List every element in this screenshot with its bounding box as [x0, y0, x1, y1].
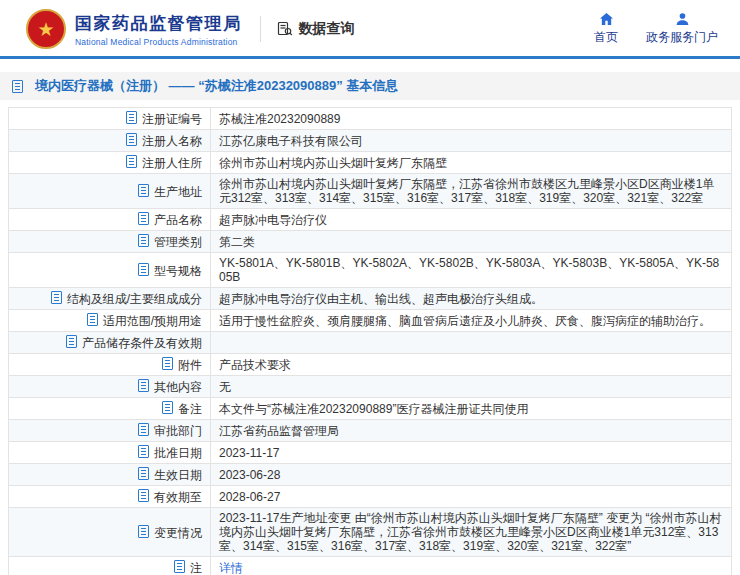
field-label-cell: 结构及组成/主要组成成分	[9, 288, 211, 310]
info-table-wrap: 注册证编号苏械注准20232090889注册人名称江苏亿康电子科技有限公司注册人…	[8, 107, 732, 575]
info-table: 注册证编号苏械注准20232090889注册人名称江苏亿康电子科技有限公司注册人…	[8, 107, 732, 575]
field-label: 生产地址	[154, 185, 202, 199]
breadcrumb: 境内医疗器械（注册） —— “苏械注准20232090889” 基本信息	[0, 72, 740, 100]
table-row: 注册人名称江苏亿康电子科技有限公司	[9, 130, 732, 152]
field-label: 注册人住所	[142, 156, 202, 170]
table-row: 其他内容无	[9, 376, 732, 398]
doc-icon	[174, 560, 185, 573]
doc-icon	[126, 155, 137, 168]
data-query-nav[interactable]: 数据查询	[277, 20, 355, 38]
doc-icon	[51, 291, 62, 304]
table-row: 附件产品技术要求	[9, 354, 732, 376]
field-value-cell: 徐州市苏山村境内苏山头烟叶复烤厂东隔壁	[211, 152, 732, 174]
field-label: 注	[190, 561, 202, 575]
field-value-cell: 2023-06-28	[211, 464, 732, 486]
field-label: 型号规格	[154, 264, 202, 278]
data-query-label: 数据查询	[299, 20, 355, 38]
table-row: 管理类别第二类	[9, 231, 732, 253]
table-row: 结构及组成/主要组成成分超声脉冲电导治疗仪由主机、输出线、超声电极治疗头组成。	[9, 288, 732, 310]
field-value-cell: 徐州市苏山村境内苏山头烟叶复烤厂东隔壁，江苏省徐州市鼓楼区九里峰景小区D区商业楼…	[211, 174, 732, 209]
doc-icon	[138, 379, 149, 392]
doc-icon	[138, 423, 149, 436]
page-title: 境内医疗器械（注册） —— “苏械注准20232090889” 基本信息	[35, 77, 398, 95]
table-row: 产品名称超声脉冲电导治疗仪	[9, 209, 732, 231]
field-label-cell: 注册人名称	[9, 130, 211, 152]
field-value-cell: 详情	[211, 557, 732, 575]
field-label-cell: 注册证编号	[9, 108, 211, 130]
field-value-cell: 适用于慢性盆腔炎、颈肩腰腿痛、脑血管病后遗症及小儿肺炎、厌食、腹泻病症的辅助治疗…	[211, 310, 732, 332]
field-value-cell: YK-5801A、YK-5801B、YK-5802A、YK-5802B、YK-5…	[211, 253, 732, 288]
site-subtitle: National Medical Products Administration	[75, 37, 242, 47]
table-row: 适用范围/预期用途适用于慢性盆腔炎、颈肩腰腿痛、脑血管病后遗症及小儿肺炎、厌食、…	[9, 310, 732, 332]
field-label: 审批部门	[154, 424, 202, 438]
field-value-cell: 超声脉冲电导治疗仪由主机、输出线、超声电极治疗头组成。	[211, 288, 732, 310]
field-label: 适用范围/预期用途	[103, 314, 202, 328]
field-value-cell: 江苏亿康电子科技有限公司	[211, 130, 732, 152]
details-link[interactable]: 详情	[219, 561, 243, 575]
field-value-cell	[211, 332, 732, 354]
field-label-cell: 适用范围/预期用途	[9, 310, 211, 332]
field-label-cell: 变更情况	[9, 508, 211, 557]
nav-portal[interactable]: 政务服务门户	[646, 12, 718, 46]
nav-home-label: 首页	[594, 29, 618, 46]
table-row: 型号规格YK-5801A、YK-5801B、YK-5802A、YK-5802B、…	[9, 253, 732, 288]
field-label: 结构及组成/主要组成成分	[67, 292, 202, 306]
field-label: 批准日期	[154, 446, 202, 460]
national-emblem-icon: ★	[26, 9, 66, 49]
header-rule	[0, 56, 740, 59]
field-label-cell: 型号规格	[9, 253, 211, 288]
field-label: 产品储存条件及有效期	[82, 336, 202, 350]
doc-icon	[138, 525, 149, 538]
field-label: 产品名称	[154, 213, 202, 227]
field-value-cell: 苏械注准20232090889	[211, 108, 732, 130]
doc-icon	[162, 401, 173, 414]
field-label: 注册证编号	[142, 112, 202, 126]
site-title: 国家药品监督管理局	[75, 12, 242, 35]
header: ★ 国家药品监督管理局 National Medical Products Ad…	[0, 0, 740, 56]
table-row: 有效期至2028-06-27	[9, 486, 732, 508]
field-value-cell: 本文件与“苏械注准20232090889”医疗器械注册证共同使用	[211, 398, 732, 420]
field-label: 管理类别	[154, 235, 202, 249]
field-value-cell: 2023-11-17生产地址变更 由“徐州市苏山村境内苏山头烟叶复烤厂东隔壁” …	[211, 508, 732, 557]
field-label: 备注	[178, 402, 202, 416]
user-icon	[675, 12, 690, 26]
emblem-star-icon: ★	[37, 20, 54, 39]
field-label-cell: 备注	[9, 398, 211, 420]
field-label: 注册人名称	[142, 134, 202, 148]
field-label-cell: 批准日期	[9, 442, 211, 464]
doc-icon	[126, 111, 137, 124]
field-label-cell: 附件	[9, 354, 211, 376]
nav-home[interactable]: 首页	[594, 12, 618, 46]
table-row: 注册人住所徐州市苏山村境内苏山头烟叶复烤厂东隔壁	[9, 152, 732, 174]
field-value-cell: 第二类	[211, 231, 732, 253]
table-row: 产品储存条件及有效期	[9, 332, 732, 354]
field-label-cell: 管理类别	[9, 231, 211, 253]
field-value-cell: 产品技术要求	[211, 354, 732, 376]
table-row: 注详情	[9, 557, 732, 575]
doc-icon	[138, 489, 149, 502]
doc-icon	[138, 263, 149, 276]
brand: ★ 国家药品监督管理局 National Medical Products Ad…	[26, 9, 242, 49]
field-label: 其他内容	[154, 380, 202, 394]
field-label-cell: 审批部门	[9, 420, 211, 442]
doc-icon	[126, 133, 137, 146]
doc-icon	[138, 445, 149, 458]
table-row: 注册证编号苏械注准20232090889	[9, 108, 732, 130]
brand-text: 国家药品监督管理局 National Medical Products Admi…	[75, 12, 242, 47]
field-label-cell: 产品名称	[9, 209, 211, 231]
field-label-cell: 产品储存条件及有效期	[9, 332, 211, 354]
field-value-cell: 2023-11-17	[211, 442, 732, 464]
table-row: 审批部门江苏省药品监督管理局	[9, 420, 732, 442]
doc-icon	[138, 184, 149, 197]
field-label: 变更情况	[154, 526, 202, 540]
doc-icon	[162, 357, 173, 370]
field-label: 有效期至	[154, 490, 202, 504]
document-search-icon	[277, 21, 293, 37]
doc-icon	[138, 234, 149, 247]
home-icon	[599, 12, 614, 26]
doc-icon	[138, 467, 149, 480]
table-row: 变更情况2023-11-17生产地址变更 由“徐州市苏山村境内苏山头烟叶复烤厂东…	[9, 508, 732, 557]
header-divider	[260, 16, 261, 42]
field-label-cell: 生效日期	[9, 464, 211, 486]
field-value-cell: 江苏省药品监督管理局	[211, 420, 732, 442]
